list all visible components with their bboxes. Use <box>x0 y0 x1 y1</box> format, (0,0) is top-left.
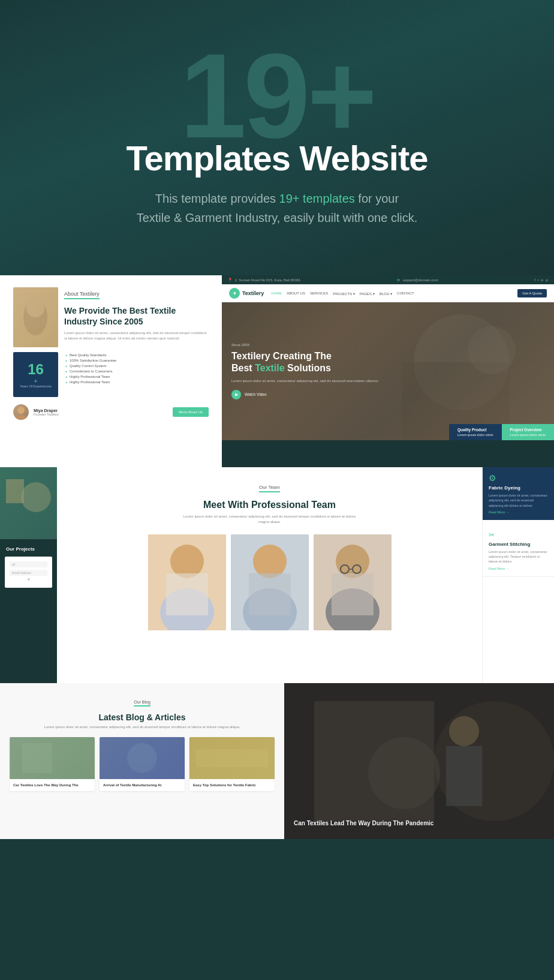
service-1-read-more[interactable]: Read More → <box>489 510 548 514</box>
years-suffix: + <box>34 378 38 384</box>
blog-card-3: Easy Top Solutions for Textile Fabric <box>189 737 275 791</box>
nav-bar: ✦ Textilery HOME ABOUT US SERVICES PROJE… <box>222 284 554 302</box>
row-3: Our Blog Latest Blog & Articles Lorem ip… <box>0 683 554 839</box>
founder-name: Miya Draper <box>34 408 168 413</box>
blog-card-1-body: Car Textiles Love The Way During The <box>10 779 95 791</box>
blog-card-3-body: Easy Top Solutions for Textile Fabric <box>189 779 275 791</box>
founder-row: Miya Draper Founder Textilery More About… <box>13 404 209 420</box>
feature-5: Highly Professional Team <box>65 374 116 379</box>
hero-content-overlay: Since 2005 Textilery Creating The Best T… <box>222 331 388 411</box>
screenshot-team: Our Team Meet With Professional Team Lor… <box>57 467 482 683</box>
right-3-bg: Can Textiles Lead The Way During The Pan… <box>284 683 554 839</box>
blog-card-2-body: Arrival of Textile Manufacturing At <box>100 779 185 791</box>
blog-img-3 <box>189 737 275 779</box>
screenshot-about: About Textilery We Provide The Best Text… <box>0 275 222 467</box>
hero-section: 19+ Templates Website This template prov… <box>0 0 554 275</box>
our-projects-label: Our Projects <box>0 539 57 557</box>
team-photo-2 <box>231 534 309 630</box>
about-content-row: 16 + Years Of Experiences Best Quality S… <box>13 352 209 397</box>
right-3-title: Can Textiles Lead The Way During The Pan… <box>294 819 433 827</box>
project-overview-bar: Project Overview Lorem ipsum dolor sitcl… <box>502 424 554 440</box>
hero-subtitle: This template provides 19+ templates for… <box>103 189 451 227</box>
row-2: Our Projects all Email Address Our Team … <box>0 467 554 683</box>
svg-rect-19 <box>249 573 291 615</box>
svg-point-13 <box>170 545 204 578</box>
form-field-all[interactable]: all <box>10 561 47 567</box>
features-list: Best Quality Standards 100% Satisfaction… <box>65 352 116 384</box>
feature-1: Best Quality Standards <box>65 352 116 357</box>
since-label: Since 2005 <box>231 343 378 347</box>
screenshot-projects-partial: Our Projects all Email Address <box>0 467 57 683</box>
svg-point-4 <box>16 415 26 420</box>
project-form: all Email Address <box>5 557 52 588</box>
play-icon: ▶ <box>231 390 241 399</box>
garment-stitching-icon: ✂ <box>489 531 548 539</box>
svg-point-11 <box>21 482 51 512</box>
hero-title: Templates Website <box>24 138 530 178</box>
textilery-hero-content: 📍 2. Sunset Road No 015, Kuta, Bali 8036… <box>222 275 554 467</box>
feature-2: 100% Satisfaction Guarantee <box>65 357 116 363</box>
nav-cta-button[interactable]: Get A Quote <box>517 289 547 297</box>
svg-point-3 <box>17 407 25 414</box>
about-title: We Provide The Best Textile Industry Sin… <box>64 305 209 327</box>
team-label-row: Our Team <box>68 480 471 495</box>
founder-avatar <box>13 404 29 420</box>
nav-contact[interactable]: CONTACT <box>397 291 414 296</box>
blog-card-2-title: Arrival of Textile Manufacturing At <box>103 783 181 787</box>
founder-role: Founder Textilery <box>34 413 168 416</box>
feature-6: Highly Professional Team <box>65 379 116 384</box>
svg-rect-32 <box>196 749 268 767</box>
row-1: About Textilery We Provide The Best Text… <box>0 275 554 467</box>
topbar-social: f t in yt <box>534 278 548 282</box>
topbar-email: ✉ support@domain.com <box>397 278 438 282</box>
blog-subtitle: Lorem ipsum dolor sit amet, consectetur … <box>10 725 275 730</box>
screenshot-textilery-hero: 📍 2. Sunset Road No 015, Kuta, Bali 8036… <box>222 275 554 467</box>
service-card-1: ⚙ Fabric Dyeing Lorem ipsum dolor sit am… <box>483 467 554 520</box>
hero-desc: Lorem ipsum dolor sit amet, consectetur … <box>231 378 378 384</box>
blog-card-3-title: Easy Top Solutions for Textile Fabric <box>193 783 271 787</box>
team-title: Meet With Professional Team <box>68 500 471 510</box>
watch-video-button[interactable]: ▶ Watch Video <box>231 390 378 399</box>
logo-icon: ✦ <box>229 288 240 299</box>
years-number: 16 <box>28 361 44 378</box>
service-2-desc: Lorem ipsum dolor sit amet, consectetur … <box>489 549 548 564</box>
svg-point-30 <box>127 743 157 773</box>
feature-3: Quality Control System <box>65 363 116 368</box>
blog-title: Latest Blog & Articles <box>10 713 275 722</box>
more-about-us-button[interactable]: More About Us <box>173 407 209 417</box>
team-photo-3 <box>314 534 392 630</box>
team-photo-1 <box>148 534 226 630</box>
logo-text: Textilery <box>242 290 264 296</box>
about-label: About Textilery <box>64 291 100 299</box>
svg-rect-15 <box>166 573 208 615</box>
team-subtitle: Lorem ipsum dolor sit amet, consectetur … <box>180 514 360 525</box>
blog-label: Our Blog <box>134 700 150 707</box>
topbar: 📍 2. Sunset Road No 015, Kuta, Bali 8036… <box>222 275 554 284</box>
feature-4: Commitment to Customers <box>65 368 116 374</box>
nav-services[interactable]: SERVICES <box>310 291 328 296</box>
nav-projects[interactable]: PROJECTS ▾ <box>333 291 355 296</box>
service-card-2: ✂ Garment Stitching Lorem ipsum dolor si… <box>483 525 554 577</box>
service-1-desc: Lorem ipsum dolor sit amet, consectetur … <box>489 493 548 508</box>
screenshots-grid: About Textilery We Provide The Best Text… <box>0 275 554 839</box>
blog-card-1-title: Car Textiles Love The Way During The <box>13 783 91 787</box>
nav-pages[interactable]: PAGES ▾ <box>360 291 375 296</box>
svg-rect-28 <box>22 743 52 773</box>
blog-img-2 <box>100 737 185 779</box>
nav-home[interactable]: HOME <box>271 291 282 296</box>
nav-blog[interactable]: BLOG ▾ <box>380 291 392 296</box>
subtitle-start: This template provides <box>155 192 279 205</box>
nav-about[interactable]: ABOUT US <box>287 291 305 296</box>
about-textilery-content: About Textilery We Provide The Best Text… <box>0 275 222 467</box>
topbar-address: 📍 2. Sunset Road No 015, Kuta, Bali 8036… <box>228 278 300 282</box>
form-field-email[interactable]: Email Address <box>10 570 47 576</box>
nav-links: HOME ABOUT US SERVICES PROJECTS ▾ PAGES … <box>271 291 510 296</box>
service-2-read-more[interactable]: Read More → <box>489 567 548 570</box>
blog-cards: Car Textiles Love The Way During The Arr… <box>10 737 275 791</box>
right-3-overlay <box>284 683 554 839</box>
team-label: Our Team <box>259 485 280 492</box>
svg-rect-23 <box>332 573 374 615</box>
years-label: Years Of Experiences <box>20 384 52 389</box>
nav-logo: ✦ Textilery <box>229 288 264 299</box>
screenshot-blog: Our Blog Latest Blog & Articles Lorem ip… <box>0 683 284 839</box>
